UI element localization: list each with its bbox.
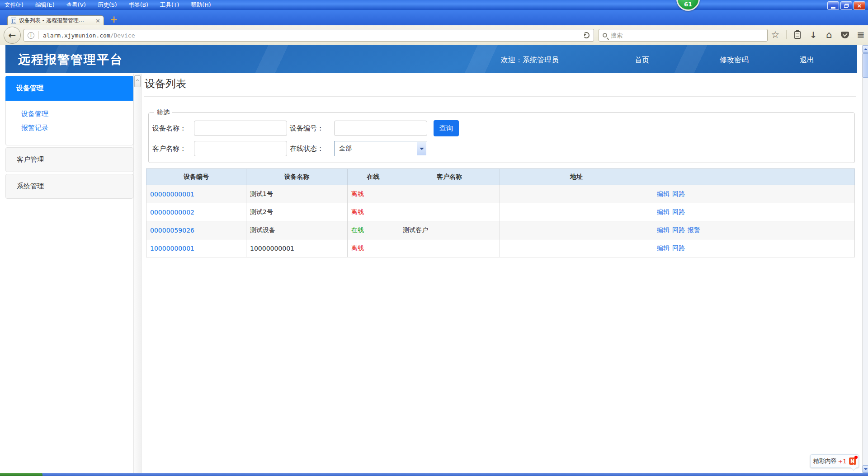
action-link[interactable]: 编辑: [657, 226, 670, 233]
device-id-link[interactable]: 00000000002: [150, 209, 194, 216]
scroll-down-button[interactable]: [863, 465, 868, 473]
action-link[interactable]: 编辑: [657, 244, 670, 252]
window-controls: ×: [827, 1, 865, 10]
url-bar[interactable]: i alarm.xjymunion.com/Device: [24, 29, 594, 42]
device-id-link[interactable]: 10000000001: [150, 245, 194, 252]
new-tab-button[interactable]: +: [110, 14, 118, 25]
window-titlebar: 文件(F)编辑(E)查看(V)历史(S)书签(B)工具(T)帮助(H): [0, 0, 868, 10]
device-id-link[interactable]: 00000000001: [150, 191, 194, 198]
status-cell: 离线: [348, 239, 399, 257]
table-header-cell: [653, 169, 855, 185]
downloads-icon[interactable]: ↓: [808, 30, 818, 40]
menu-item[interactable]: 书签(B): [129, 1, 148, 9]
sidebar-section-customers[interactable]: 客户管理: [5, 147, 133, 172]
customer-name-label: 客户名称：: [152, 145, 194, 153]
device-name-input[interactable]: [194, 121, 287, 136]
table-header-cell: 地址: [500, 169, 653, 185]
restore-button[interactable]: [840, 1, 852, 10]
sidebar-link-device-management[interactable]: 设备管理: [21, 110, 133, 118]
filter-fieldset: 筛选 设备名称： 设备编号： 查询 客户名称： 在线状态： 全部: [148, 108, 855, 163]
promo-n-icon[interactable]: N: [849, 457, 856, 465]
close-button[interactable]: ×: [854, 1, 865, 10]
tab-device-list[interactable]: 设备列表 - 远程报警管理… ×: [7, 15, 104, 25]
filter-legend: 筛选: [154, 108, 172, 117]
device-name-cell: 测试2号: [246, 203, 348, 221]
address-cell: [500, 239, 653, 257]
bookmark-star-icon[interactable]: ☆: [770, 29, 780, 40]
table-header-cell: 在线: [348, 169, 399, 185]
action-link[interactable]: 回路: [672, 244, 685, 252]
splitter-collapse-button[interactable]: ^: [134, 75, 141, 87]
actions-cell: 编辑回路: [653, 239, 855, 257]
action-link[interactable]: 回路: [672, 208, 685, 215]
actions-cell: 编辑回路报警: [653, 221, 855, 239]
main-content: 设备列表 筛选 设备名称： 设备编号： 查询 客户名称： 在线状态： 全部 设备…: [144, 73, 856, 257]
customer-cell: [399, 239, 500, 257]
sidebar-devices-body: 设备管理 报警记录: [5, 101, 133, 145]
device-name-cell: 10000000001: [246, 239, 348, 257]
action-link[interactable]: 编辑: [657, 190, 670, 197]
customer-cell: 测试客户: [399, 221, 500, 239]
info-icon[interactable]: i: [28, 32, 34, 39]
menu-item[interactable]: 编辑(E): [35, 1, 55, 9]
scroll-up-button[interactable]: [863, 45, 868, 53]
table-header-cell: 设备名称: [246, 169, 348, 185]
device-id-link[interactable]: 00000059026: [150, 227, 194, 234]
device-name-cell: 测试设备: [246, 221, 348, 239]
scroll-up-arrow-icon: [864, 47, 868, 50]
page-title: 设备列表: [144, 73, 856, 96]
menu-item[interactable]: 查看(V): [66, 1, 86, 9]
action-link[interactable]: 报警: [688, 226, 700, 233]
url-separator: [38, 31, 39, 39]
status-badge: 离线: [351, 244, 364, 252]
action-link[interactable]: 编辑: [657, 208, 670, 215]
library-icon[interactable]: [793, 31, 802, 39]
nav-logout-link[interactable]: 退出: [800, 56, 814, 65]
vertical-scrollbar[interactable]: [862, 45, 868, 473]
nav-home-link[interactable]: 首页: [635, 56, 649, 65]
back-button[interactable]: ←: [4, 27, 21, 44]
start-button-sliver[interactable]: [0, 473, 42, 476]
pocket-icon[interactable]: [840, 32, 850, 38]
query-button[interactable]: 查询: [434, 120, 459, 136]
menu-item[interactable]: 历史(S): [98, 1, 117, 9]
table-header-cell: 客户名称: [399, 169, 500, 185]
tab-close-icon[interactable]: ×: [95, 18, 100, 23]
device-no-input[interactable]: [334, 121, 427, 136]
reload-button[interactable]: [583, 32, 590, 39]
menu-item[interactable]: 帮助(H): [191, 1, 211, 9]
promo-bubble[interactable]: 精彩内容 +1 N: [810, 454, 859, 468]
sidebar: 设备管理 设备管理 报警记录 客户管理 系统管理: [5, 76, 133, 199]
sidebar-link-alarm-records[interactable]: 报警记录: [21, 124, 133, 132]
status-badge: 离线: [351, 190, 364, 197]
customer-name-input[interactable]: [194, 141, 287, 156]
menu-item[interactable]: 工具(T): [160, 1, 179, 9]
address-cell: [500, 185, 653, 203]
online-status-select[interactable]: 全部: [334, 141, 427, 156]
status-cell: 在线: [348, 221, 399, 239]
sidebar-section-devices[interactable]: 设备管理: [5, 76, 133, 101]
tab-title: 设备列表 - 远程报警管理…: [19, 17, 84, 24]
url-text[interactable]: alarm.xjymunion.com/Device: [43, 32, 135, 39]
menu-item[interactable]: 文件(F): [5, 1, 24, 9]
actions-cell: 编辑回路: [653, 185, 855, 203]
action-link[interactable]: 回路: [672, 190, 685, 197]
table-row: 00000000001测试1号离线编辑回路: [146, 185, 855, 203]
action-link[interactable]: 回路: [672, 226, 685, 233]
select-dropdown-arrow-icon[interactable]: [417, 142, 426, 155]
sidebar-section-system[interactable]: 系统管理: [5, 174, 133, 199]
home-icon[interactable]: ⌂: [824, 29, 834, 40]
close-icon: ×: [857, 2, 862, 9]
url-domain: alarm.xjymunion.com: [43, 32, 110, 39]
splitter[interactable]: ^: [133, 74, 142, 473]
promo-text: 精彩内容: [813, 457, 836, 465]
actions-cell: 编辑回路: [653, 203, 855, 221]
search-box[interactable]: [599, 29, 768, 42]
minimize-button[interactable]: [827, 1, 839, 10]
nav-change-password-link[interactable]: 修改密码: [720, 56, 749, 65]
search-input[interactable]: [611, 32, 746, 39]
scroll-thumb[interactable]: [863, 53, 868, 78]
filter-grid: 设备名称： 设备编号： 查询 客户名称： 在线状态： 全部: [151, 120, 854, 156]
address-cell: [500, 203, 653, 221]
hamburger-menu-icon[interactable]: ≡: [856, 29, 866, 40]
